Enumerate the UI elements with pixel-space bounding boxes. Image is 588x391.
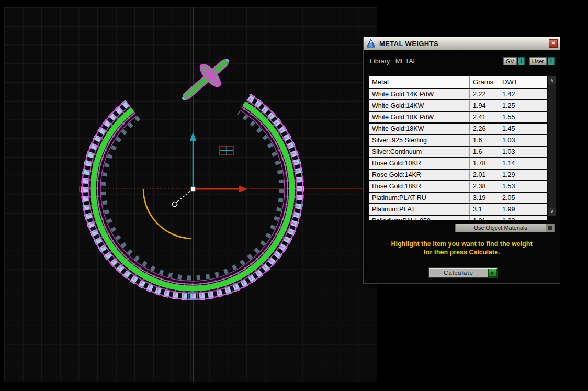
cell-grams: 3.1 [470,204,499,215]
cell-metal: White Gold:14KW [369,100,470,111]
table-header: Metal Grams DWT [369,76,547,89]
cell-dwt: 1.25 [499,100,530,111]
cell-grams: 2.38 [470,181,499,192]
cell-metal: Palladium:PALL 950 [369,216,470,220]
cell-dwt: 1.23 [499,216,530,220]
table-row-partial[interactable]: Palladium:PALL 9501.911.23 [369,216,547,220]
dialog-titlebar[interactable]: METAL WEIGHTS ✕ [364,37,560,50]
cell-dwt: 1.53 [499,181,530,192]
table-row[interactable]: Rose Gold:10KR1.781.14 [369,158,547,169]
metal-table: Metal Grams DWT White Gold:14K PdW2.221.… [369,76,556,221]
cell-dwt: 1.03 [499,135,530,146]
viewport-canvas[interactable] [4,7,377,382]
cell-dwt: 1.42 [499,89,530,99]
gv-toggle[interactable]: I [518,57,525,65]
cell-grams: 3.19 [470,193,499,203]
instruction-line1: Highlight the item you want to find the … [364,240,560,248]
cell-dwt: 1.03 [499,147,530,157]
header-metal[interactable]: Metal [369,76,470,88]
scroll-up-icon[interactable]: ∧ [548,76,556,84]
cell-metal: Platinum:PLAT RU [369,193,470,203]
table-row[interactable]: Platinum:PLAT RU3.192.05 [369,193,547,203]
close-button[interactable]: ✕ [549,39,558,48]
user-button[interactable]: User [529,57,547,65]
table-row[interactable]: White Gold:18K PdW2.411.55 [369,112,547,122]
table-row[interactable]: Silver:.925 Sterling1.61.03 [369,135,547,146]
cell-grams: 2.41 [470,112,499,122]
cell-dwt: 1.45 [499,124,530,134]
table-row[interactable]: Platinum:PLAT3.11.99 [369,204,547,215]
header-dwt[interactable]: DWT [499,76,530,88]
cell-metal: Rose Gold:10KR [369,158,470,169]
calculate-label: Calculate [429,270,488,276]
metal-weights-dialog: METAL WEIGHTS ✕ Library: METAL GV I User… [363,37,560,284]
cell-metal: Rose Gold:18KR [369,181,470,192]
cell-grams: 1.78 [470,158,499,169]
use-object-materials-label: Use Object Materials [456,224,546,232]
library-value: METAL [395,58,417,65]
cell-dwt: 1.55 [499,112,530,122]
table-row[interactable]: White Gold:14KW1.941.25 [369,100,547,111]
cell-grams: 1.91 [470,216,499,220]
table-row[interactable]: Rose Gold:14KR2.011.29 [369,170,547,180]
cell-metal: Silver:.925 Sterling [369,135,470,146]
viewport-grid [4,7,377,382]
table-scrollbar[interactable]: ∧ ∨ [548,76,556,216]
table-row[interactable]: Silver:Continuum1.61.03 [369,147,547,157]
table-row[interactable]: Rose Gold:18KR2.381.53 [369,181,547,192]
cell-dwt: 1.29 [499,170,530,180]
cell-grams: 1.6 [470,135,499,146]
materials-option-icon[interactable] [546,224,554,232]
use-object-materials-button[interactable]: Use Object Materials [455,224,555,232]
cell-grams: 1.94 [470,100,499,111]
cell-metal: Rose Gold:14KR [369,170,470,180]
table-row[interactable]: White Gold:14K PdW2.221.42 [369,89,547,99]
calculate-button[interactable]: Calculate ▶ [428,267,498,278]
cell-dwt: 1.14 [499,158,530,169]
cell-grams: 2.26 [470,124,499,134]
cell-dwt: 2.05 [499,193,530,203]
metal-table-body: White Gold:14K PdW2.221.42White Gold:14K… [369,89,556,220]
cell-grams: 2.01 [470,170,499,180]
cell-metal: White Gold:18KW [369,124,470,134]
library-row: Library: METAL GV I User I [364,50,560,65]
gv-button[interactable]: GV [503,57,517,65]
instruction-line2: for then press Calculate. [364,248,560,256]
app-window: { "viewport": { "bg": "#0b0b0b", "grid_l… [0,0,588,391]
instruction-text: Highlight the item you want to find the … [364,240,560,256]
cell-metal: White Gold:18K PdW [369,112,470,122]
cell-metal: White Gold:14K PdW [369,89,470,99]
library-label: Library: [370,58,392,65]
table-row[interactable]: White Gold:18KW2.261.45 [369,124,547,134]
cell-metal: Silver:Continuum [369,147,470,157]
dialog-title: METAL WEIGHTS [379,40,549,48]
metal-weights-icon [366,38,376,49]
origin-handle[interactable] [191,187,195,191]
cell-dwt: 1.99 [499,204,530,215]
cell-metal: Platinum:PLAT [369,204,470,215]
cell-grams: 2.22 [470,89,499,99]
viewport[interactable] [4,7,377,382]
calculate-go-icon: ▶ [488,269,497,277]
scroll-down-icon[interactable]: ∨ [548,208,556,216]
user-toggle[interactable]: I [548,57,555,65]
cell-grams: 1.6 [470,147,499,157]
header-grams[interactable]: Grams [470,76,499,88]
